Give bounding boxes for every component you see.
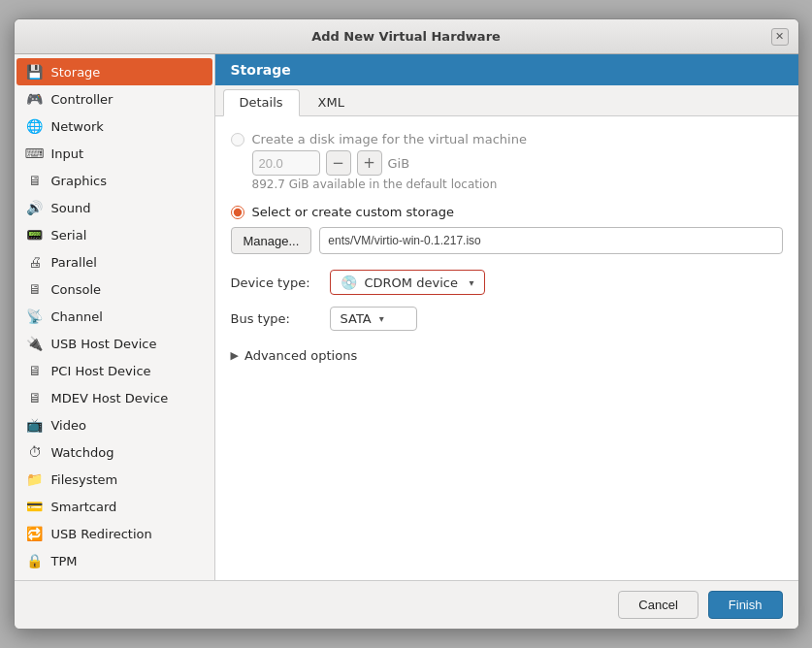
titlebar: Add New Virtual Hardware ✕ <box>15 19 798 54</box>
chevron-down-icon: ▾ <box>469 277 473 288</box>
disk-size-input[interactable] <box>252 150 320 176</box>
channel-icon: 📡 <box>26 308 44 325</box>
sidebar-item-serial[interactable]: 📟 Serial <box>16 221 212 248</box>
sidebar-item-parallel[interactable]: 🖨 Parallel <box>16 248 212 275</box>
sidebar-item-mdev-host[interactable]: 🖥 MDEV Host Device <box>16 384 212 411</box>
sidebar-item-filesystem[interactable]: 📁 Filesystem <box>16 466 212 493</box>
sidebar-label-network: Network <box>51 119 104 134</box>
sidebar-item-storage[interactable]: 💾 Storage <box>16 58 212 85</box>
cdrom-icon: 💿 <box>341 275 357 290</box>
advanced-options-row[interactable]: ▶ Advanced options <box>231 348 783 363</box>
sidebar-item-sound[interactable]: 🔊 Sound <box>16 194 212 221</box>
tab-xml[interactable]: XML <box>302 89 361 115</box>
footer: Cancel Finish <box>15 580 798 629</box>
filesystem-icon: 📁 <box>26 470 44 488</box>
sidebar-item-channel[interactable]: 📡 Channel <box>16 303 212 330</box>
device-type-row: Device type: 💿 CDROM device ▾ <box>231 270 783 295</box>
sidebar-item-pci-host[interactable]: 🖥 PCI Host Device <box>16 357 212 384</box>
sidebar-label-sound: Sound <box>51 201 91 215</box>
increment-button[interactable]: + <box>357 150 382 176</box>
sidebar: 💾 Storage 🎮 Controller 🌐 Network ⌨ Input… <box>15 54 215 580</box>
main-panel: Storage Details XML Create a disk image … <box>215 54 798 580</box>
sidebar-item-watchdog[interactable]: ⏱ Watchdog <box>16 438 212 466</box>
mdev-host-icon: 🖥 <box>26 389 44 406</box>
sidebar-label-mdev-host: MDEV Host Device <box>51 391 169 405</box>
disk-image-radio[interactable] <box>231 133 244 146</box>
sidebar-label-channel: Channel <box>51 309 103 324</box>
tab-bar: Details XML <box>215 85 798 116</box>
sidebar-label-parallel: Parallel <box>51 255 97 270</box>
storage-path-input[interactable] <box>319 227 782 254</box>
sidebar-label-video: Video <box>51 418 86 433</box>
sidebar-label-serial: Serial <box>51 228 87 243</box>
parallel-icon: 🖨 <box>26 253 44 271</box>
section-title: Storage <box>231 62 291 78</box>
sidebar-item-smartcard[interactable]: 💳 Smartcard <box>16 493 212 520</box>
serial-icon: 📟 <box>26 226 44 243</box>
bus-type-select[interactable]: SATA ▾ <box>330 307 417 331</box>
finish-button[interactable]: Finish <box>708 591 783 619</box>
custom-storage-radio[interactable] <box>231 206 244 219</box>
decrement-button[interactable]: − <box>326 150 351 176</box>
content-area: 💾 Storage 🎮 Controller 🌐 Network ⌨ Input… <box>15 54 798 580</box>
tab-content-details: Create a disk image for the virtual mach… <box>215 116 798 580</box>
sidebar-label-controller: Controller <box>51 92 114 107</box>
bus-type-value: SATA <box>341 311 372 326</box>
video-icon: 📺 <box>26 416 44 434</box>
sidebar-label-storage: Storage <box>51 65 101 80</box>
usb-redir-icon: 🔁 <box>26 525 44 542</box>
sidebar-label-filesystem: Filesystem <box>51 472 118 487</box>
window-title: Add New Virtual Hardware <box>311 29 501 44</box>
sidebar-label-input: Input <box>51 146 84 161</box>
bus-type-row: Bus type: SATA ▾ <box>231 307 783 331</box>
watchdog-icon: ⏱ <box>26 443 44 461</box>
sidebar-label-graphics: Graphics <box>51 174 107 188</box>
sidebar-item-usb-host[interactable]: 🔌 USB Host Device <box>16 330 212 357</box>
advanced-arrow-icon: ▶ <box>231 349 239 362</box>
disk-image-label: Create a disk image for the virtual mach… <box>252 132 527 146</box>
smartcard-icon: 💳 <box>26 498 44 515</box>
controller-icon: 🎮 <box>26 90 44 108</box>
device-type-label: Device type: <box>231 275 318 290</box>
sidebar-item-console[interactable]: 🖥 Console <box>16 275 212 303</box>
sidebar-item-controller[interactable]: 🎮 Controller <box>16 85 212 113</box>
sidebar-label-pci-host: PCI Host Device <box>51 364 151 378</box>
input-icon: ⌨ <box>26 145 44 162</box>
sidebar-label-smartcard: Smartcard <box>51 500 117 514</box>
cancel-button[interactable]: Cancel <box>618 591 698 619</box>
sound-icon: 🔊 <box>26 199 44 216</box>
tab-details[interactable]: Details <box>223 89 300 116</box>
custom-storage-label: Select or create custom storage <box>252 205 454 219</box>
sidebar-label-console: Console <box>51 282 102 297</box>
sidebar-label-tpm: TPM <box>51 554 78 568</box>
tpm-icon: 🔒 <box>26 552 44 569</box>
usb-host-icon: 🔌 <box>26 335 44 352</box>
sidebar-label-usb-redir: USB Redirection <box>51 527 152 541</box>
storage-icon: 💾 <box>26 63 44 81</box>
sidebar-label-watchdog: Watchdog <box>51 445 114 460</box>
pci-host-icon: 🖥 <box>26 362 44 379</box>
console-icon: 🖥 <box>26 280 44 298</box>
sidebar-label-usb-host: USB Host Device <box>51 337 157 351</box>
sidebar-item-input[interactable]: ⌨ Input <box>16 140 212 167</box>
available-text: 892.7 GiB available in the default locat… <box>252 178 783 191</box>
sidebar-item-video[interactable]: 📺 Video <box>16 411 212 438</box>
bus-chevron-icon: ▾ <box>379 313 384 324</box>
custom-storage-radio-row: Select or create custom storage <box>231 205 783 219</box>
graphics-icon: 🖥 <box>26 172 44 189</box>
custom-storage-row: Manage... <box>231 227 783 254</box>
gib-label: GiB <box>388 156 410 171</box>
disk-size-row: − + GiB <box>252 150 783 176</box>
main-window: Add New Virtual Hardware ✕ 💾 Storage 🎮 C… <box>14 18 799 630</box>
advanced-options-label: Advanced options <box>244 348 357 363</box>
disk-image-radio-row: Create a disk image for the virtual mach… <box>231 132 783 146</box>
sidebar-item-graphics[interactable]: 🖥 Graphics <box>16 167 212 194</box>
bus-type-label: Bus type: <box>231 311 318 326</box>
manage-button[interactable]: Manage... <box>231 227 312 254</box>
sidebar-item-network[interactable]: 🌐 Network <box>16 113 212 140</box>
device-type-select[interactable]: 💿 CDROM device ▾ <box>330 270 485 295</box>
network-icon: 🌐 <box>26 117 44 135</box>
close-button[interactable]: ✕ <box>771 28 789 46</box>
sidebar-item-tpm[interactable]: 🔒 TPM <box>16 547 212 574</box>
sidebar-item-usb-redir[interactable]: 🔁 USB Redirection <box>16 520 212 547</box>
